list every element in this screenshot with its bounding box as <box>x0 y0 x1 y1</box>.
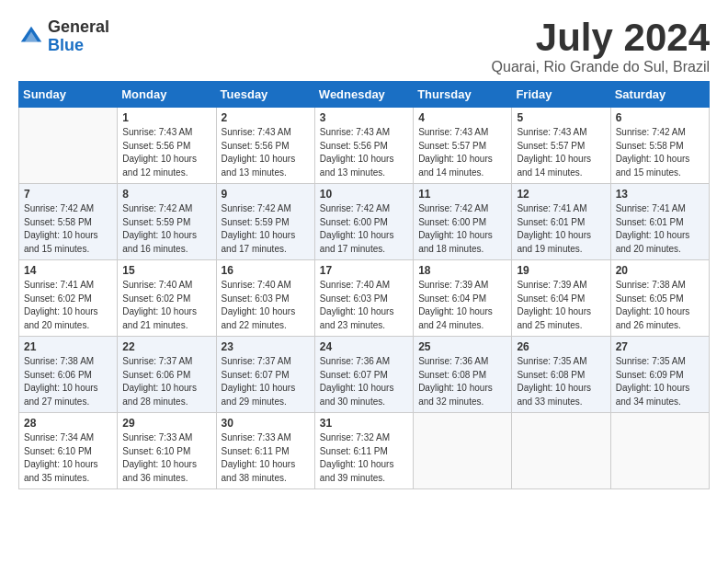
day-info: Sunrise: 7:37 AM Sunset: 6:07 PM Dayligh… <box>222 355 310 408</box>
day-info: Sunrise: 7:41 AM Sunset: 6:02 PM Dayligh… <box>24 279 112 332</box>
calendar-day-cell: 18Sunrise: 7:39 AM Sunset: 6:04 PM Dayli… <box>414 260 512 337</box>
day-number: 31 <box>320 417 408 430</box>
calendar-day-cell <box>414 413 512 489</box>
day-info: Sunrise: 7:33 AM Sunset: 6:10 PM Dayligh… <box>122 431 210 485</box>
day-info: Sunrise: 7:40 AM Sunset: 6:03 PM Dayligh… <box>222 279 310 332</box>
day-info: Sunrise: 7:37 AM Sunset: 6:06 PM Dayligh… <box>122 355 210 408</box>
day-info: Sunrise: 7:35 AM Sunset: 6:09 PM Dayligh… <box>616 355 704 408</box>
calendar-day-cell: 21Sunrise: 7:38 AM Sunset: 6:06 PM Dayli… <box>19 337 118 413</box>
calendar-day-cell: 25Sunrise: 7:36 AM Sunset: 6:08 PM Dayli… <box>414 337 512 413</box>
calendar-week-row: 21Sunrise: 7:38 AM Sunset: 6:06 PM Dayli… <box>19 337 710 413</box>
calendar-table: SundayMondayTuesdayWednesdayThursdayFrid… <box>18 81 710 489</box>
day-info: Sunrise: 7:43 AM Sunset: 5:56 PM Dayligh… <box>122 126 210 179</box>
calendar-day-cell: 27Sunrise: 7:35 AM Sunset: 6:09 PM Dayli… <box>610 337 709 413</box>
calendar-day-cell: 13Sunrise: 7:41 AM Sunset: 6:01 PM Dayli… <box>610 184 709 260</box>
weekday-header: Thursday <box>414 82 512 108</box>
calendar-day-cell: 16Sunrise: 7:40 AM Sunset: 6:03 PM Dayli… <box>216 260 314 337</box>
calendar-day-cell: 24Sunrise: 7:36 AM Sunset: 6:07 PM Dayli… <box>314 337 413 413</box>
day-info: Sunrise: 7:39 AM Sunset: 6:04 PM Dayligh… <box>418 279 506 332</box>
day-info: Sunrise: 7:35 AM Sunset: 6:08 PM Dayligh… <box>517 355 605 408</box>
day-number: 17 <box>320 264 408 277</box>
day-number: 3 <box>320 111 408 124</box>
calendar-day-cell <box>610 413 709 489</box>
calendar-day-cell: 20Sunrise: 7:38 AM Sunset: 6:05 PM Dayli… <box>610 260 709 337</box>
calendar-day-cell: 5Sunrise: 7:43 AM Sunset: 5:57 PM Daylig… <box>512 108 610 184</box>
day-number: 16 <box>222 264 310 277</box>
day-info: Sunrise: 7:36 AM Sunset: 6:07 PM Dayligh… <box>320 355 408 408</box>
day-number: 2 <box>222 111 310 124</box>
weekday-header: Wednesday <box>314 82 413 108</box>
calendar-day-cell: 10Sunrise: 7:42 AM Sunset: 6:00 PM Dayli… <box>314 184 413 260</box>
day-info: Sunrise: 7:41 AM Sunset: 6:01 PM Dayligh… <box>517 202 605 256</box>
weekday-header: Saturday <box>610 82 709 108</box>
day-number: 8 <box>122 188 210 201</box>
day-number: 12 <box>517 188 605 201</box>
calendar-day-cell: 22Sunrise: 7:37 AM Sunset: 6:06 PM Dayli… <box>118 337 216 413</box>
weekday-header-row: SundayMondayTuesdayWednesdayThursdayFrid… <box>19 82 710 108</box>
day-number: 10 <box>320 188 408 201</box>
calendar-day-cell: 9Sunrise: 7:42 AM Sunset: 5:59 PM Daylig… <box>216 184 314 260</box>
day-number: 1 <box>122 111 210 124</box>
day-info: Sunrise: 7:40 AM Sunset: 6:02 PM Dayligh… <box>122 279 210 332</box>
calendar-day-cell: 31Sunrise: 7:32 AM Sunset: 6:11 PM Dayli… <box>314 413 413 489</box>
day-info: Sunrise: 7:42 AM Sunset: 5:58 PM Dayligh… <box>616 126 704 179</box>
calendar-day-cell: 11Sunrise: 7:42 AM Sunset: 6:00 PM Dayli… <box>414 184 512 260</box>
calendar-day-cell: 30Sunrise: 7:33 AM Sunset: 6:11 PM Dayli… <box>216 413 314 489</box>
day-info: Sunrise: 7:43 AM Sunset: 5:57 PM Dayligh… <box>418 126 506 179</box>
day-number: 19 <box>517 264 605 277</box>
day-number: 18 <box>418 264 506 277</box>
calendar-day-cell: 14Sunrise: 7:41 AM Sunset: 6:02 PM Dayli… <box>19 260 118 337</box>
day-info: Sunrise: 7:41 AM Sunset: 6:01 PM Dayligh… <box>616 202 704 256</box>
day-number: 20 <box>616 264 704 277</box>
calendar-day-cell: 3Sunrise: 7:43 AM Sunset: 5:56 PM Daylig… <box>314 108 413 184</box>
calendar-day-cell: 7Sunrise: 7:42 AM Sunset: 5:58 PM Daylig… <box>19 184 118 260</box>
day-number: 26 <box>517 340 605 353</box>
day-number: 9 <box>222 188 310 201</box>
calendar-day-cell <box>512 413 610 489</box>
weekday-header: Monday <box>118 82 216 108</box>
calendar-day-cell: 17Sunrise: 7:40 AM Sunset: 6:03 PM Dayli… <box>314 260 413 337</box>
calendar-day-cell: 29Sunrise: 7:33 AM Sunset: 6:10 PM Dayli… <box>118 413 216 489</box>
calendar-week-row: 7Sunrise: 7:42 AM Sunset: 5:58 PM Daylig… <box>19 184 710 260</box>
calendar-day-cell: 8Sunrise: 7:42 AM Sunset: 5:59 PM Daylig… <box>118 184 216 260</box>
page-header: General Blue July 2024 Quarai, Rio Grand… <box>18 18 710 75</box>
calendar-week-row: 1Sunrise: 7:43 AM Sunset: 5:56 PM Daylig… <box>19 108 710 184</box>
calendar-day-cell: 28Sunrise: 7:34 AM Sunset: 6:10 PM Dayli… <box>19 413 118 489</box>
weekday-header: Friday <box>512 82 610 108</box>
calendar-day-cell: 2Sunrise: 7:43 AM Sunset: 5:56 PM Daylig… <box>216 108 314 184</box>
day-info: Sunrise: 7:42 AM Sunset: 5:59 PM Dayligh… <box>222 202 310 256</box>
calendar-day-cell <box>19 108 118 184</box>
day-info: Sunrise: 7:43 AM Sunset: 5:56 PM Dayligh… <box>320 126 408 179</box>
day-number: 29 <box>122 417 210 430</box>
day-number: 14 <box>24 264 112 277</box>
day-number: 23 <box>222 340 310 353</box>
day-info: Sunrise: 7:42 AM Sunset: 6:00 PM Dayligh… <box>320 202 408 256</box>
day-number: 11 <box>418 188 506 201</box>
calendar-week-row: 14Sunrise: 7:41 AM Sunset: 6:02 PM Dayli… <box>19 260 710 337</box>
day-number: 25 <box>418 340 506 353</box>
day-info: Sunrise: 7:42 AM Sunset: 5:58 PM Dayligh… <box>24 202 112 256</box>
logo-blue: Blue <box>48 37 109 55</box>
day-number: 27 <box>616 340 704 353</box>
day-info: Sunrise: 7:34 AM Sunset: 6:10 PM Dayligh… <box>24 431 112 485</box>
day-info: Sunrise: 7:36 AM Sunset: 6:08 PM Dayligh… <box>418 355 506 408</box>
logo-icon <box>18 24 44 50</box>
month-title: July 2024 <box>492 18 710 57</box>
day-info: Sunrise: 7:38 AM Sunset: 6:05 PM Dayligh… <box>616 279 704 332</box>
day-number: 28 <box>24 417 112 430</box>
logo-text: General Blue <box>48 18 109 55</box>
location: Quarai, Rio Grande do Sul, Brazil <box>492 59 710 75</box>
calendar-day-cell: 1Sunrise: 7:43 AM Sunset: 5:56 PM Daylig… <box>118 108 216 184</box>
day-info: Sunrise: 7:42 AM Sunset: 5:59 PM Dayligh… <box>122 202 210 256</box>
day-number: 4 <box>418 111 506 124</box>
day-number: 30 <box>222 417 310 430</box>
calendar-day-cell: 4Sunrise: 7:43 AM Sunset: 5:57 PM Daylig… <box>414 108 512 184</box>
calendar-day-cell: 23Sunrise: 7:37 AM Sunset: 6:07 PM Dayli… <box>216 337 314 413</box>
calendar-day-cell: 15Sunrise: 7:40 AM Sunset: 6:02 PM Dayli… <box>118 260 216 337</box>
day-number: 22 <box>122 340 210 353</box>
day-info: Sunrise: 7:43 AM Sunset: 5:57 PM Dayligh… <box>517 126 605 179</box>
day-info: Sunrise: 7:33 AM Sunset: 6:11 PM Dayligh… <box>222 431 310 485</box>
title-block: July 2024 Quarai, Rio Grande do Sul, Bra… <box>492 18 710 75</box>
day-number: 6 <box>616 111 704 124</box>
day-info: Sunrise: 7:39 AM Sunset: 6:04 PM Dayligh… <box>517 279 605 332</box>
